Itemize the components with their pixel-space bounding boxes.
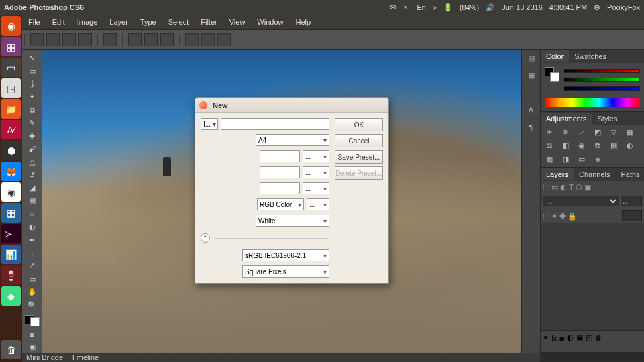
balance-icon[interactable]: ⚖	[543, 141, 555, 151]
preset-select[interactable]: A4	[256, 134, 329, 146]
gradient-map-icon[interactable]: ▭	[576, 155, 588, 164]
brush-tool-icon[interactable]: 🖌	[24, 143, 40, 155]
eraser-tool-icon[interactable]: ◪	[24, 182, 40, 194]
opacity-input[interactable]	[622, 196, 642, 206]
advanced-toggle[interactable]: ⌃	[201, 233, 210, 243]
stamp-tool-icon[interactable]: ⧋	[24, 156, 40, 168]
volume-icon[interactable]: 🔊	[486, 3, 495, 12]
color-mode-select[interactable]: RGB Color	[257, 198, 304, 210]
width-input[interactable]	[260, 150, 300, 162]
hue-icon[interactable]: ▦	[624, 128, 636, 137]
mail-icon[interactable]: ✉	[390, 3, 396, 12]
crop-tool-icon[interactable]: ⧉	[24, 105, 40, 116]
chrome-icon[interactable]: ◉	[1, 182, 21, 202]
curves-icon[interactable]: ⟋	[576, 128, 588, 137]
eyedropper-tool-icon[interactable]: ✎	[24, 117, 40, 129]
ok-button[interactable]: OK	[335, 118, 383, 131]
trash-icon[interactable]: 🗑	[1, 340, 21, 359]
terminal-icon[interactable]: ≻_	[1, 224, 21, 243]
invert-icon[interactable]: ◐	[624, 141, 636, 151]
launcher-icon[interactable]: ▭	[1, 58, 21, 77]
option-button[interactable]	[103, 33, 117, 46]
option-button[interactable]	[160, 33, 174, 46]
group-icon[interactable]: ▣	[576, 333, 583, 342]
option-button[interactable]	[128, 33, 142, 46]
option-button[interactable]	[62, 33, 76, 46]
adjustment-layer-icon[interactable]: ◐	[567, 333, 574, 342]
option-button[interactable]	[144, 33, 158, 46]
lasso-tool-icon[interactable]: ⟆	[24, 78, 40, 90]
gear-icon[interactable]: ⚙	[594, 3, 600, 12]
firefox-icon[interactable]: 🦊	[1, 162, 21, 181]
threshold-icon[interactable]: ◨	[559, 155, 572, 164]
cancel-button[interactable]: Cancel	[335, 134, 383, 147]
launcher-icon[interactable]: 📊	[1, 245, 21, 264]
wand-tool-icon[interactable]: ✦	[24, 91, 40, 103]
menu-filter[interactable]: Filter	[195, 17, 222, 27]
shape-tool-icon[interactable]: ▭	[24, 274, 40, 285]
heal-tool-icon[interactable]: ✚	[24, 130, 40, 141]
paragraph-panel-icon[interactable]: ¶	[525, 123, 538, 135]
menu-help[interactable]: Help	[290, 17, 316, 27]
link-layers-icon[interactable]: ⚭	[543, 333, 549, 342]
marquee-tool-icon[interactable]: ▭	[24, 65, 40, 76]
wifi-icon[interactable]: ᯤ	[402, 3, 410, 11]
option-button[interactable]	[46, 33, 60, 46]
lock-icons[interactable]: ⬚ ✦ ✚ 🔒	[543, 212, 577, 221]
tab-styles[interactable]: Styles	[592, 113, 623, 125]
width-unit-select[interactable]: ...	[303, 150, 329, 162]
selective-color-icon[interactable]: ◈	[592, 155, 604, 164]
history-brush-icon[interactable]: ↺	[24, 170, 40, 181]
menu-edit[interactable]: Edit	[47, 17, 70, 27]
color-profile-select[interactable]: sRGB IEC61966-2.1	[242, 249, 329, 261]
bluetooth-icon[interactable]: ᚛	[433, 3, 437, 12]
option-button[interactable]	[78, 33, 92, 46]
option-button[interactable]	[30, 33, 44, 46]
tab-channels[interactable]: Channels	[574, 168, 615, 180]
option-button[interactable]	[201, 33, 215, 46]
option-button[interactable]	[185, 33, 199, 46]
screenmode-icon[interactable]: ▣	[24, 341, 40, 353]
battery-icon[interactable]: 🔋	[443, 3, 453, 12]
dodge-tool-icon[interactable]: ◐	[24, 221, 40, 233]
bw-icon[interactable]: ◧	[559, 141, 572, 151]
dash-icon[interactable]: ◉	[1, 16, 21, 36]
path-tool-icon[interactable]: ↗	[24, 260, 40, 272]
resolution-input[interactable]	[260, 182, 300, 194]
type-tool-icon[interactable]: T	[24, 247, 40, 259]
delete-preset-button[interactable]: Delete Preset...	[335, 166, 383, 180]
pixel-aspect-select[interactable]: Square Pixels	[242, 265, 329, 278]
launcher-icon[interactable]: 🍷	[1, 265, 21, 285]
background-select[interactable]: White	[256, 215, 329, 227]
green-slider[interactable]	[564, 78, 640, 84]
menu-file[interactable]: File	[23, 17, 46, 27]
layers-list[interactable]	[541, 223, 644, 330]
blur-tool-icon[interactable]: ○	[24, 208, 40, 220]
launcher-icon[interactable]: ◳	[1, 78, 21, 98]
history-panel-icon[interactable]: ▤	[525, 54, 538, 66]
lookup-icon[interactable]: ▤	[608, 141, 620, 151]
tab-swatches[interactable]: Swatches	[569, 50, 612, 62]
menu-image[interactable]: Image	[72, 17, 103, 27]
move-tool-icon[interactable]: ↖	[24, 52, 40, 64]
menu-window[interactable]: Window	[252, 17, 288, 27]
spectrum-bar[interactable]	[545, 98, 640, 107]
mixer-icon[interactable]: ⧉	[592, 141, 604, 151]
color-depth-select[interactable]: ...	[307, 198, 329, 210]
user-name[interactable]: PookyFox	[607, 3, 640, 11]
tab-adjustments[interactable]: Adjustments	[541, 113, 592, 125]
launcher-icon[interactable]: ⬢	[1, 141, 21, 160]
hand-tool-icon[interactable]: ✋	[24, 286, 40, 298]
delete-layer-icon[interactable]: 🗑	[595, 334, 602, 342]
quickmask-icon[interactable]: ◙	[24, 328, 40, 339]
menu-layer[interactable]: Layer	[104, 17, 133, 27]
save-preset-button[interactable]: Save Preset...	[335, 150, 383, 164]
tab-timeline[interactable]: Timeline	[71, 353, 99, 361]
menu-select[interactable]: Select	[163, 17, 195, 27]
launcher-icon[interactable]: ◆	[1, 286, 21, 306]
name-label-select[interactable]: I...	[201, 118, 218, 130]
menu-type[interactable]: Type	[135, 17, 162, 27]
gradient-tool-icon[interactable]: ▤	[24, 195, 40, 206]
brightness-icon[interactable]: ☀	[543, 128, 555, 137]
new-layer-icon[interactable]: ◰	[586, 333, 592, 342]
